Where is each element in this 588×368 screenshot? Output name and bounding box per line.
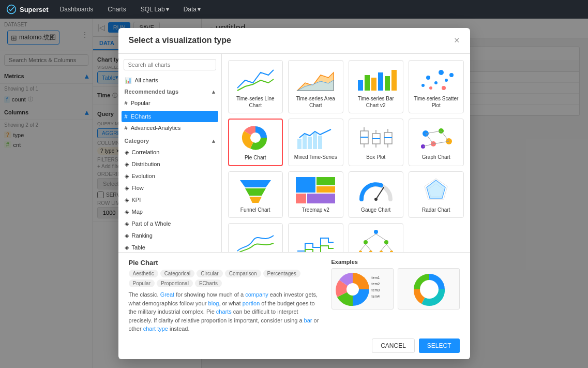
cancel-button[interactable]: CANCEL — [372, 338, 415, 353]
svg-rect-23 — [318, 136, 322, 149]
pie-tag-2[interactable]: Circular — [197, 270, 222, 277]
modal-title: Select a visualization type — [129, 36, 231, 45]
chart-card-graph[interactable]: Graph Chart — [409, 119, 464, 166]
sidebar-kpi[interactable]: ◈ KPI — [118, 194, 221, 206]
svg-text:item2: item2 — [371, 282, 380, 286]
svg-marker-47 — [245, 188, 266, 196]
svg-rect-50 — [316, 177, 335, 185]
chart-card-box[interactable]: Box Plot — [349, 119, 404, 166]
sidebar-popular-tag[interactable]: # Popular — [118, 97, 221, 109]
sidebar-echarts[interactable]: # ECharts — [122, 111, 218, 122]
chart-card-time-series-bar[interactable]: Time-series Bar Chart v2 — [349, 60, 404, 113]
svg-point-16 — [442, 86, 446, 90]
nav-dashboards[interactable]: Dashboards — [57, 5, 97, 14]
svg-point-63 — [384, 240, 388, 244]
gauge-thumb — [355, 176, 397, 204]
pie-tag-1[interactable]: Categorical — [160, 270, 195, 277]
svg-rect-22 — [313, 133, 317, 149]
chart-card-gauge[interactable]: Gauge Chart — [349, 171, 404, 218]
svg-line-66 — [381, 244, 386, 251]
svg-point-12 — [439, 70, 444, 75]
modal-close-button[interactable]: × — [454, 35, 460, 46]
nav-sqllab[interactable]: SQL Lab ▾ — [138, 5, 172, 14]
examples-label: Examples — [331, 259, 460, 265]
charts-grid: Time-series Line Chart Time-series Area … — [222, 54, 470, 253]
box-thumb — [355, 123, 397, 152]
svg-point-9 — [421, 84, 425, 87]
chart-card-pie[interactable]: Pie Chart — [228, 119, 283, 166]
modal-main: Time-series Line Chart Time-series Area … — [222, 54, 470, 253]
pie-tag-6[interactable]: Proportional — [157, 279, 193, 287]
svg-point-14 — [449, 73, 454, 77]
svg-rect-49 — [296, 177, 315, 193]
chart-card-treemap[interactable]: Treemap v2 — [288, 171, 343, 218]
svg-rect-53 — [307, 194, 335, 203]
svg-point-15 — [429, 86, 432, 90]
example-pie-svg-1: item1 item2 item3 item4 — [332, 269, 394, 310]
sidebar-table[interactable]: ◈ Table — [118, 242, 221, 253]
modal-footer: Pie Chart Aesthetic Categorical Circular… — [118, 252, 470, 359]
pie-description: Pie Chart Aesthetic Categorical Circular… — [129, 259, 323, 333]
pie-chart-title: Pie Chart — [129, 259, 323, 267]
sidebar-advanced-analytics[interactable]: # Advanced-Analytics — [118, 122, 221, 134]
chart-card-time-series-area[interactable]: Time-series Area Chart — [288, 60, 343, 113]
chart-card-funnel[interactable]: Funnel Chart — [228, 171, 283, 218]
example-thumb-2 — [398, 268, 460, 310]
sidebar-evolution[interactable]: ◈ Evolution — [118, 170, 221, 182]
sidebar-distribution[interactable]: ◈ Distribution — [118, 158, 221, 170]
treemap-thumb — [295, 176, 336, 204]
pie-description-text: The classic. Great for showing how much … — [129, 290, 323, 333]
sidebar-part-of-whole[interactable]: ◈ Part of a Whole — [118, 218, 221, 230]
svg-line-67 — [386, 244, 391, 251]
funnel-thumb — [235, 176, 276, 204]
chart-card-radar[interactable]: Radar Chart — [409, 171, 464, 218]
svg-rect-19 — [297, 139, 301, 149]
chart-card-mixed[interactable]: Mixed Time-Series — [288, 119, 343, 166]
scatter-thumb — [415, 65, 457, 93]
svg-text:item4: item4 — [371, 295, 380, 298]
chart-card-scatter[interactable]: Time-series Scatter Plot — [409, 60, 464, 113]
nav-charts[interactable]: Charts — [104, 5, 129, 14]
pie-tag-4[interactable]: Percentages — [263, 270, 300, 277]
sidebar-ranking[interactable]: ◈ Ranking — [118, 230, 221, 242]
nav-logo: Superset — [6, 4, 49, 14]
pie-tag-0[interactable]: Aesthetic — [129, 270, 158, 277]
select-button[interactable]: SELECT — [419, 338, 460, 353]
modal-actions: CANCEL SELECT — [129, 338, 460, 353]
sidebar-all-charts[interactable]: 📊 All charts — [118, 75, 221, 86]
stepped-line-thumb — [295, 228, 336, 253]
chart-card-tree[interactable]: Tree Chart — [349, 223, 404, 253]
modal-sidebar: 📊 All charts Recommended tags ▴ # Popula… — [118, 54, 222, 253]
svg-line-54 — [376, 187, 384, 199]
modal-search — [118, 59, 221, 75]
chart-label-gauge: Gauge Chart — [361, 207, 390, 213]
pie-tag-3[interactable]: Comparison — [225, 270, 261, 277]
pie-tag-5[interactable]: Popular — [129, 279, 155, 287]
chart-card-stepped-line[interactable]: Time-series Stepped Line — [288, 223, 343, 253]
top-nav: Superset Dashboards Charts SQL Lab ▾ Dat… — [0, 0, 588, 19]
svg-line-64 — [360, 244, 366, 251]
sidebar-correlation[interactable]: ◈ Correlation — [118, 146, 221, 158]
pie-info: Pie Chart Aesthetic Categorical Circular… — [129, 259, 460, 333]
svg-rect-8 — [391, 70, 397, 91]
chart-card-smooth-line[interactable]: Time-series Smooth Line — [228, 223, 283, 253]
sidebar-map[interactable]: ◈ Map — [118, 206, 221, 218]
echarts-section: # ECharts # Advanced-Analytics — [118, 111, 221, 134]
chart-search-input[interactable] — [124, 59, 216, 70]
sidebar-flow[interactable]: ◈ Flow — [118, 182, 221, 194]
pie-tag-7[interactable]: ECharts — [195, 279, 222, 287]
modal-body: 📊 All charts Recommended tags ▴ # Popula… — [118, 54, 470, 253]
chart-card-time-series-line[interactable]: Time-series Line Chart — [228, 60, 283, 113]
recommended-tags-section: Recommended tags ▴ # Popular — [118, 86, 221, 109]
tree-thumb — [355, 228, 397, 253]
category-header: Category ▴ — [118, 136, 221, 146]
pie-thumb — [235, 124, 276, 152]
svg-rect-5 — [371, 78, 376, 91]
svg-rect-4 — [365, 75, 370, 91]
svg-point-13 — [445, 79, 448, 82]
chart-label-time-series-line: Time-series Line Chart — [233, 95, 279, 109]
nav-data[interactable]: Data ▾ — [180, 5, 204, 14]
svg-point-11 — [434, 81, 438, 84]
svg-rect-51 — [316, 186, 335, 193]
svg-point-55 — [374, 198, 378, 201]
